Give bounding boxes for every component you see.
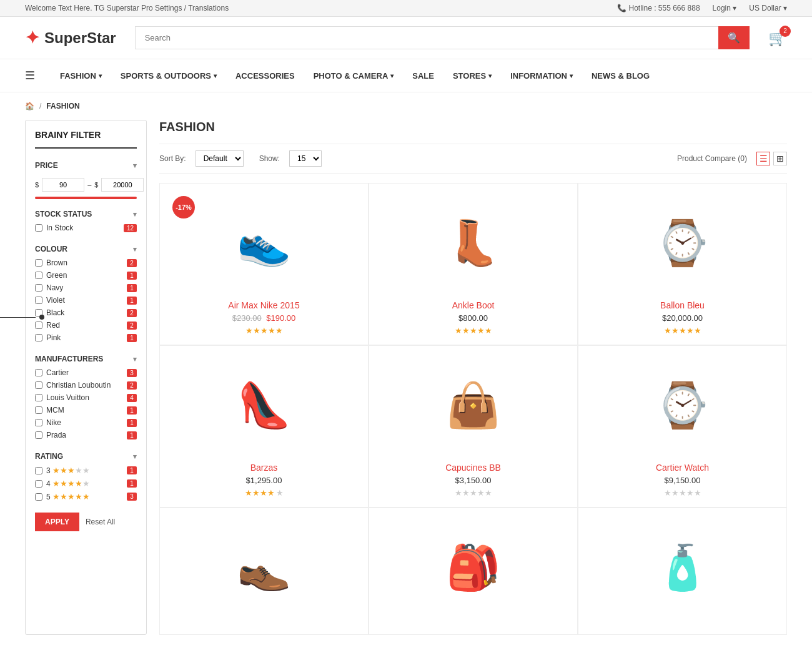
product-compare[interactable]: Product Compare (0)	[677, 154, 747, 163]
price-dollar-min: $	[35, 181, 39, 189]
5star-label: 5 ★★★★★	[46, 492, 90, 501]
nike-count: 1	[127, 419, 137, 427]
product-image-airmax: -17% 👟	[169, 193, 359, 293]
product-card-airmax[interactable]: -17% 👟 Air Max Nike 2015 $230.00 $190.00…	[159, 183, 369, 345]
pink-label: Pink	[46, 333, 61, 342]
search-input[interactable]	[135, 26, 718, 49]
prada-checkbox[interactable]	[35, 431, 42, 439]
nav-item-photo[interactable]: PHOTO & CAMERA ▾	[314, 62, 394, 90]
navy-label: Navy	[46, 283, 63, 292]
4star-checkbox[interactable]	[35, 480, 42, 488]
filter-item-brown: Brown 2	[35, 257, 137, 269]
product-card-boot2[interactable]: 👞	[159, 508, 369, 635]
product-card-ballonbleu[interactable]: ⌚ Ballon Bleu $20,000.00 ★★★★★	[578, 183, 787, 345]
header: ✦ SuperStar 🔍 🛒 2	[0, 17, 812, 59]
price-inputs: $ – $	[35, 178, 137, 192]
rating-filter-header[interactable]: RATING ▾	[35, 449, 137, 464]
5star-checkbox[interactable]	[35, 493, 42, 501]
product-name-airmax: Air Max Nike 2015	[169, 300, 359, 310]
filter-item-red: Red 2	[35, 319, 137, 331]
filter-item-nike: Nike 1	[35, 416, 137, 429]
price-min-input[interactable]	[42, 178, 84, 192]
nav-item-sports[interactable]: SPORTS & OUTDOORS ▾	[121, 62, 217, 90]
product-card-cartierwatch[interactable]: ⌚ Cartier Watch $9,150.00 ★★★★★	[578, 345, 787, 508]
product-card-backpack[interactable]: 🎒	[369, 508, 578, 635]
price-sale-barzas: $1,295.00	[246, 476, 282, 485]
christian-count: 2	[127, 381, 137, 390]
nav-item-information[interactable]: INFORMATION ▾	[510, 62, 573, 90]
instock-checkbox[interactable]	[35, 224, 42, 232]
price-sale-airmax: $190.00	[266, 313, 295, 323]
5star-count: 3	[127, 493, 137, 501]
filter-item-black: Black 2	[35, 307, 137, 319]
product-card-barzas[interactable]: 👠 Barzas $1,295.00 ★★★★★	[159, 345, 369, 508]
cart-area[interactable]: 🛒 2	[768, 29, 787, 47]
christian-checkbox[interactable]	[35, 381, 42, 389]
nav-item-fashion[interactable]: FASHION ▾	[60, 62, 102, 90]
colour-filter-header[interactable]: COLOUR ▾	[35, 242, 137, 257]
nav-item-news[interactable]: NEWS & BLOG	[592, 62, 650, 90]
nav-item-sale[interactable]: SALE	[412, 62, 434, 90]
product-card-ankleboot[interactable]: 👢 Ankle Boot $800.00 ★★★★★	[369, 183, 578, 345]
product-stars-ankleboot: ★★★★★	[379, 326, 568, 335]
navy-checkbox[interactable]	[35, 284, 42, 292]
product-stars-airmax: ★★★★★	[169, 326, 359, 335]
colour-label: COLOUR	[35, 245, 67, 253]
product-stars-capucines: ★★★★★	[379, 488, 568, 498]
show-select[interactable]: 15	[289, 150, 322, 167]
price-filter-header[interactable]: PRICE ▾	[35, 158, 137, 173]
grid-view-icon[interactable]: ⊞	[773, 152, 787, 165]
apply-button[interactable]: APPLY	[35, 513, 79, 531]
3star-checkbox[interactable]	[35, 467, 42, 474]
green-checkbox[interactable]	[35, 272, 42, 279]
lv-label: Louis Vuitton	[46, 393, 89, 402]
colour-arrow-icon: ▾	[133, 245, 137, 253]
filter-item-3stars: 3 ★★★★★ 1	[35, 464, 137, 477]
brown-checkbox[interactable]	[35, 259, 42, 267]
price-max-input[interactable]	[101, 178, 144, 192]
green-count: 1	[127, 272, 137, 280]
nike-checkbox[interactable]	[35, 419, 42, 426]
annotation-line	[0, 317, 36, 318]
mcm-count: 1	[127, 406, 137, 415]
instock-label: In Stock	[46, 223, 73, 232]
product-image-cartierwatch: ⌚	[588, 355, 777, 455]
mcm-checkbox[interactable]	[35, 406, 42, 414]
discount-badge-airmax: -17%	[172, 196, 195, 218]
product-image-capucines: 👜	[379, 355, 568, 455]
rating-filter: RATING ▾ 3 ★★★★★ 1 4 ★★★★★ 1	[35, 449, 137, 503]
pink-checkbox[interactable]	[35, 334, 42, 341]
breadcrumb-home[interactable]: 🏠	[25, 102, 34, 110]
manufacturers-filter-header[interactable]: MANUFACTURERS ▾	[35, 351, 137, 366]
cartier-checkbox[interactable]	[35, 369, 42, 376]
hotline: 📞 Hotline : 555 666 888	[617, 4, 700, 12]
product-name-capucines: Capucines BB	[379, 463, 568, 473]
reset-button[interactable]: Reset All	[86, 518, 115, 526]
nav-item-stores[interactable]: STORES ▾	[453, 62, 492, 90]
prada-label: Prada	[46, 431, 66, 439]
sort-select[interactable]: Default	[196, 150, 244, 167]
hamburger-menu[interactable]: ☰	[25, 59, 35, 92]
violet-checkbox[interactable]	[35, 297, 42, 304]
list-view-icon[interactable]: ☰	[756, 152, 770, 165]
logo[interactable]: ✦ SuperStar	[25, 27, 116, 48]
search-button[interactable]: 🔍	[718, 26, 750, 49]
product-name-ballonbleu: Ballon Bleu	[588, 300, 777, 310]
product-card-perfume[interactable]: 🧴	[578, 508, 787, 635]
nav-item-accessories[interactable]: ACCESSORIES	[235, 62, 295, 90]
stock-status-header[interactable]: STOCK STATUS ▾	[35, 207, 137, 222]
product-image-ankleboot: 👢	[379, 193, 568, 293]
login-button[interactable]: Login ▾	[713, 4, 737, 12]
breadcrumb: 🏠 / FASHION	[0, 92, 812, 120]
lv-checkbox[interactable]	[35, 394, 42, 401]
currency-selector[interactable]: US Dollar ▾	[749, 4, 787, 12]
breadcrumb-separator: /	[39, 102, 41, 110]
product-card-capucines[interactable]: 👜 Capucines BB $3,150.00 ★★★★★	[369, 345, 578, 508]
stock-arrow-icon: ▾	[133, 210, 137, 218]
price-filter: PRICE ▾ $ – $	[35, 158, 137, 199]
sort-label: Sort By:	[159, 154, 186, 163]
cartier-label: Cartier	[46, 368, 69, 377]
price-slider[interactable]	[35, 197, 137, 199]
breadcrumb-current: FASHION	[46, 102, 79, 110]
3star-label: 3 ★★★★★	[46, 466, 90, 475]
